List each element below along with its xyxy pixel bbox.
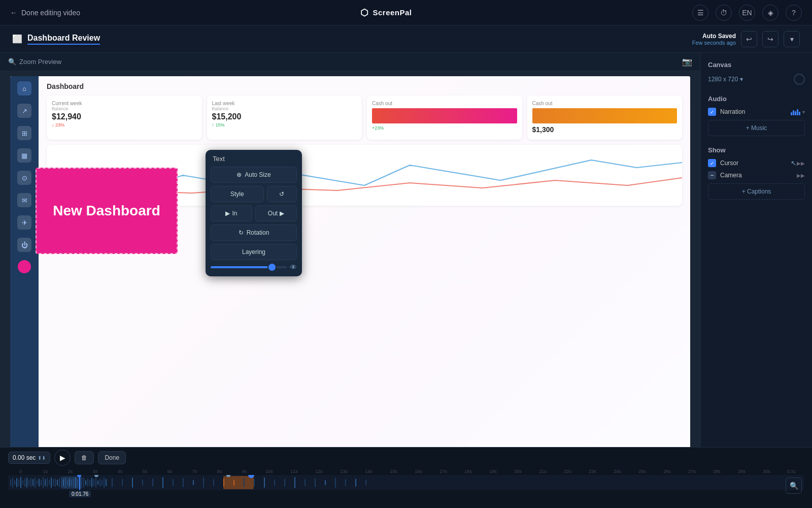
svg-rect-63 — [244, 478, 245, 487]
help-icon-btn[interactable]: ? — [786, 5, 802, 21]
bar3 — [795, 111, 796, 115]
globe-icon-btn[interactable]: EN — [739, 5, 755, 21]
clock-icon-btn[interactable]: ⏱ — [716, 5, 732, 21]
narration-checkbox[interactable]: ✓ — [708, 108, 716, 116]
auto-size-button[interactable]: ⊕ Auto Size — [211, 167, 297, 183]
show-section: Show ✓ Cursor ↖ ▶▶ − Camera ▶▶ + Caption… — [708, 146, 805, 200]
timeline-ruler: 0 1s 2s 3s 4s 5s 6s 7s 8s 9s 10s 11s 12s… — [8, 468, 804, 475]
svg-rect-6 — [22, 480, 23, 485]
bar1 — [791, 112, 792, 115]
narration-bars — [791, 108, 800, 115]
svg-rect-22 — [55, 479, 56, 487]
time-display: 0.00 sec ⬆⬇ — [8, 452, 50, 464]
camera-checkbox[interactable]: − — [708, 171, 716, 179]
narration-chevron[interactable]: ▾ — [802, 109, 805, 115]
main-layout: 🔍 Zoom Preview 📷 ⌂ ↗ ⊞ ▦ ⊙ ✉ ✈ ⏻ — [0, 53, 812, 447]
menu-icon-btn[interactable]: ☰ — [692, 5, 708, 21]
camera-capture-icon[interactable]: 📷 — [682, 57, 692, 67]
rotation-icon: ↻ — [239, 229, 244, 236]
canvas-size-text[interactable]: 1280 x 720 ▾ — [708, 76, 743, 83]
done-button[interactable]: Done — [98, 451, 126, 464]
text-context-menu: Text ⊕ Auto Size Style ↺ — [206, 150, 302, 276]
sidebar-send[interactable]: ✈ — [17, 215, 31, 230]
out-button[interactable]: Out ▶ — [255, 205, 297, 221]
add-music-button[interactable]: + Music — [708, 120, 805, 136]
auto-size-label: Auto Size — [245, 171, 270, 178]
card2-amount: $15,200 — [212, 112, 357, 121]
svg-rect-47 — [104, 477, 105, 488]
svg-rect-38 — [85, 480, 86, 485]
card1-balance: Balance — [52, 106, 197, 111]
text-overlay[interactable]: New Dashboard — [36, 168, 178, 254]
svg-rect-40 — [89, 480, 90, 486]
svg-rect-75 — [365, 480, 366, 486]
svg-rect-16 — [43, 477, 44, 488]
undo-button[interactable]: ↩ — [741, 31, 757, 47]
svg-rect-35 — [79, 475, 80, 490]
svg-rect-70 — [315, 478, 316, 487]
style-label: Style — [230, 190, 244, 198]
show-section-title: Show — [708, 146, 805, 154]
music-add-label: + Music — [746, 124, 767, 132]
cursor-checkbox[interactable]: ✓ — [708, 159, 716, 167]
audio-section-title: Audio — [708, 95, 805, 103]
in-button[interactable]: ▶ In — [211, 205, 252, 221]
svg-point-77 — [94, 475, 98, 477]
svg-rect-55 — [162, 477, 163, 488]
svg-rect-59 — [203, 478, 204, 488]
play-button[interactable]: ▶ — [54, 450, 71, 466]
sidebar-alert[interactable]: ⊙ — [17, 171, 31, 185]
dashboard-sidebar: ⌂ ↗ ⊞ ▦ ⊙ ✉ ✈ ⏻ — [10, 76, 39, 447]
layers-icon-btn[interactable]: ◈ — [762, 5, 779, 21]
time-value: 0.00 sec — [13, 454, 36, 461]
visibility-icon[interactable]: 👁 — [290, 263, 297, 271]
sidebar-chart[interactable]: ▦ — [17, 148, 31, 163]
add-captions-button[interactable]: + Captions — [708, 183, 805, 200]
slider-thumb — [268, 264, 276, 271]
svg-rect-4 — [18, 479, 19, 486]
svg-rect-72 — [335, 478, 336, 488]
nav-icons: ☰ ⏱ EN ◈ ? — [692, 5, 802, 21]
sidebar-home[interactable]: ⌂ — [17, 81, 31, 96]
sub-header-right: Auto Saved Few seconds ago ↩ ↪ ▾ — [692, 31, 800, 47]
svg-rect-12 — [35, 478, 36, 488]
svg-rect-24 — [59, 478, 60, 487]
canvas-circle — [794, 74, 805, 85]
current-time: 0:01.76 — [72, 491, 88, 497]
style-button[interactable]: Style — [211, 186, 264, 202]
back-button[interactable]: ← Done editing video — [10, 9, 80, 17]
logo-text: ScreenPal — [373, 8, 412, 17]
delete-button[interactable]: 🗑 — [75, 451, 94, 464]
svg-rect-42 — [93, 479, 94, 486]
card-last-week: Last week Balance $15,200 ↑ 15% — [207, 96, 362, 140]
svg-rect-54 — [152, 479, 153, 487]
card1-label: Current week — [52, 101, 197, 106]
top-nav: ← Done editing video ⬡ ScreenPal ☰ ⏱ EN … — [0, 0, 812, 25]
svg-rect-20 — [51, 478, 52, 488]
sidebar-messages[interactable]: ✉ — [17, 193, 31, 207]
sidebar-power[interactable]: ⏻ — [17, 238, 31, 252]
sidebar-grid[interactable]: ⊞ — [17, 126, 31, 140]
sidebar-analytics[interactable]: ↗ — [17, 104, 31, 118]
layering-button[interactable]: Layering — [211, 244, 297, 260]
style-reset-button[interactable]: ↺ — [267, 186, 297, 202]
style-row: Style ↺ — [211, 186, 297, 202]
zoom-preview-text: Zoom Preview — [19, 58, 61, 66]
waveform-track[interactable] — [8, 475, 804, 490]
card2-label: Last week — [212, 101, 357, 106]
cursor-expand[interactable]: ▶▶ — [797, 161, 805, 166]
svg-rect-41 — [91, 478, 92, 487]
more-button[interactable]: ▾ — [784, 31, 800, 47]
svg-rect-8 — [26, 478, 27, 488]
card-cashout2: Cash out $1,300 — [527, 96, 683, 140]
svg-rect-23 — [57, 480, 58, 486]
search-button[interactable]: 🔍 — [786, 478, 802, 494]
back-icon: ← — [10, 9, 17, 17]
camera-expand[interactable]: ▶▶ — [797, 173, 805, 178]
rotation-button[interactable]: ↻ Rotation — [211, 225, 297, 241]
redo-button[interactable]: ↪ — [762, 31, 779, 47]
card1-change: ↓ 23% — [52, 122, 197, 128]
opacity-slider[interactable] — [211, 266, 287, 268]
captions-add-label: + Captions — [742, 188, 771, 195]
canvas-area: 🔍 Zoom Preview 📷 ⌂ ↗ ⊞ ▦ ⊙ ✉ ✈ ⏻ — [0, 53, 700, 447]
